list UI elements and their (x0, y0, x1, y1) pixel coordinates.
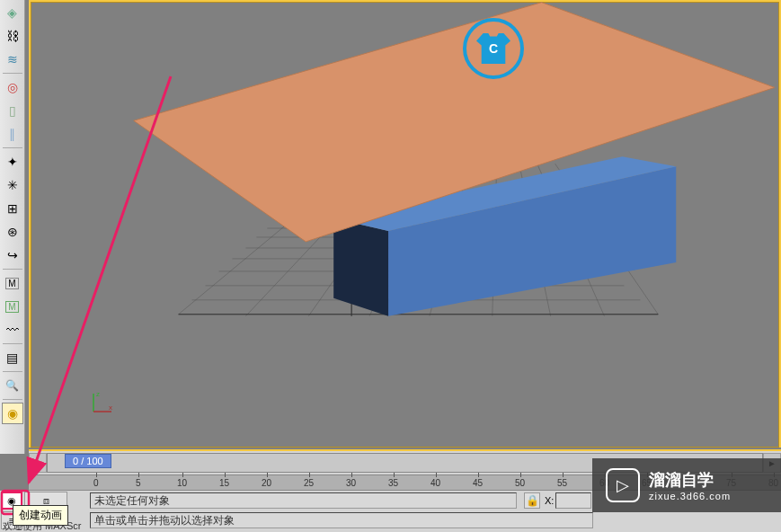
tick-55: 55 (557, 478, 567, 488)
coord-x-label: X: (543, 495, 555, 506)
watermark-title: 溜溜自学 (649, 469, 731, 491)
watermark: ▷ 溜溜自学 zixue.3d66.com (592, 458, 781, 512)
hook-icon[interactable]: ↪ (2, 244, 23, 266)
left-toolbar: ◈ ⛓ ≋ ◎ ▯ ∥ ✦ ✳ ⊞ ⊛ ↪ M M 〰 ▤ 🔍 ◉ (0, 0, 25, 454)
tick-0: 0 (93, 478, 99, 488)
slider-prev-button[interactable]: ◄ (29, 453, 47, 473)
cloth-marker[interactable]: C (463, 18, 524, 79)
svg-text:x: x (109, 403, 112, 412)
document-icon[interactable]: ▤ (2, 347, 23, 368)
play-icon: ▷ (606, 468, 640, 502)
tick-5: 5 (136, 478, 141, 488)
mesh-m2-icon[interactable]: M (2, 296, 23, 317)
vertex-icon[interactable]: ◈ (2, 2, 23, 23)
spline-icon[interactable]: 〰 (2, 319, 23, 341)
mesh-m-icon[interactable]: M (2, 272, 23, 294)
frame-indicator[interactable]: 0 / 100 (65, 454, 111, 468)
svg-marker-20 (333, 218, 388, 316)
tick-25: 25 (304, 478, 314, 488)
tick-45: 45 (473, 478, 483, 488)
tooltip: 创建动画 (13, 505, 68, 526)
svg-text:z: z (96, 390, 100, 398)
tick-15: 15 (219, 478, 229, 488)
tick-35: 35 (388, 478, 398, 488)
pipe-icon[interactable]: ∥ (2, 123, 23, 145)
render-icon[interactable]: ◉ (2, 403, 23, 424)
cloth-marker-label: C (489, 41, 498, 56)
lock-icon[interactable]: 🔒 (524, 492, 540, 509)
perspective-viewport[interactable]: z x (29, 0, 781, 448)
tick-20: 20 (262, 478, 271, 488)
wave-icon[interactable]: ≋ (2, 49, 23, 70)
selection-status (90, 492, 517, 509)
ring-icon[interactable]: ◎ (2, 76, 23, 98)
coord-x-input[interactable] (555, 492, 591, 509)
tick-40: 40 (430, 478, 440, 488)
box-icon[interactable]: ▯ (2, 100, 23, 121)
axis-gizmo: z x (89, 389, 116, 416)
axis-icon[interactable]: ✦ (2, 151, 23, 173)
tick-30: 30 (346, 478, 356, 488)
shirt-icon: C (476, 33, 510, 64)
prompt-status (90, 512, 593, 528)
chain-icon[interactable]: ⛓ (2, 25, 23, 47)
tick-10: 10 (177, 478, 187, 488)
watermark-url: zixue.3d66.com (649, 491, 731, 501)
grid-icon[interactable]: ⊞ (2, 198, 23, 219)
tick-50: 50 (515, 478, 525, 488)
crosshair-icon[interactable]: ✳ (2, 174, 23, 196)
scene-3d (31, 2, 779, 448)
wheel-icon[interactable]: ⊛ (2, 221, 23, 243)
watermark-text: 溜溜自学 zixue.3d66.com (649, 469, 731, 501)
zoom-icon[interactable]: 🔍 (2, 375, 23, 396)
